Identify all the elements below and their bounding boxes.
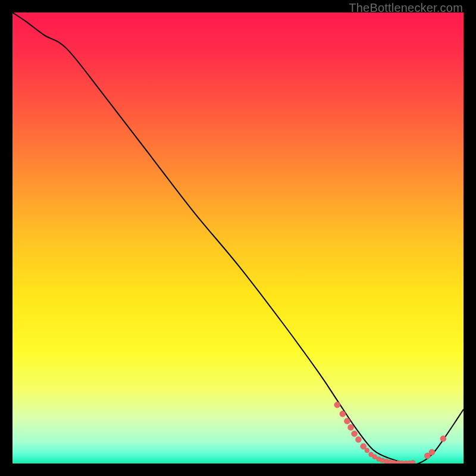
- data-marker: [365, 448, 369, 453]
- gradient-background: [12, 12, 464, 464]
- bottleneck-chart: [12, 12, 464, 464]
- data-marker: [334, 402, 340, 408]
- data-marker: [348, 424, 354, 430]
- data-marker: [340, 411, 346, 417]
- data-marker: [352, 431, 358, 437]
- data-marker: [440, 436, 446, 441]
- data-marker: [429, 449, 435, 455]
- data-marker: [355, 437, 361, 443]
- watermark-text: TheBottlenecker.com: [349, 1, 463, 15]
- data-marker: [344, 418, 350, 424]
- chart-frame: [12, 12, 464, 464]
- data-marker: [411, 460, 415, 464]
